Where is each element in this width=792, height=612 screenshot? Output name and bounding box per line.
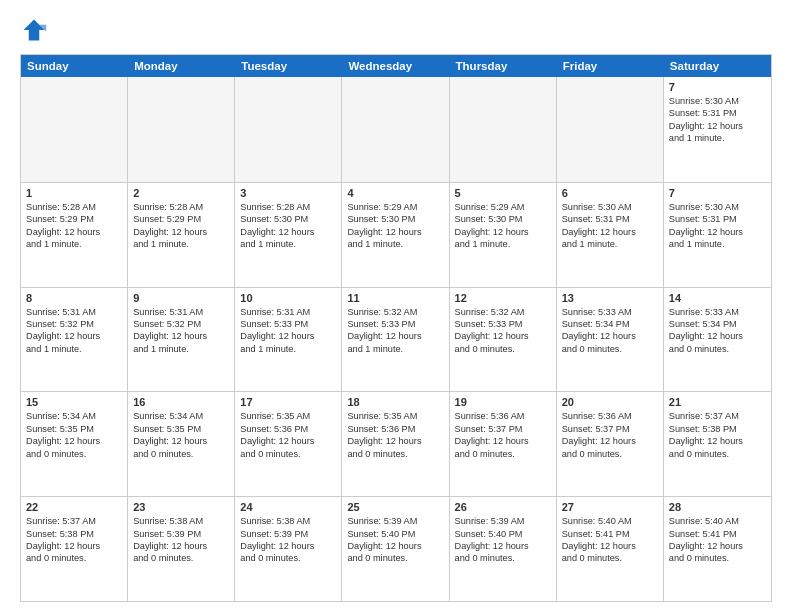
calendar-cell: 12Sunrise: 5:32 AMSunset: 5:33 PMDayligh… bbox=[450, 288, 557, 392]
calendar-cell: 25Sunrise: 5:39 AMSunset: 5:40 PMDayligh… bbox=[342, 497, 449, 601]
cell-info: Sunrise: 5:37 AMSunset: 5:38 PMDaylight:… bbox=[26, 515, 122, 565]
day-number: 26 bbox=[455, 501, 551, 513]
calendar-cell: 13Sunrise: 5:33 AMSunset: 5:34 PMDayligh… bbox=[557, 288, 664, 392]
cell-info: Sunrise: 5:30 AMSunset: 5:31 PMDaylight:… bbox=[562, 201, 658, 251]
cell-info: Sunrise: 5:30 AMSunset: 5:31 PMDaylight:… bbox=[669, 201, 766, 251]
calendar-cell: 20Sunrise: 5:36 AMSunset: 5:37 PMDayligh… bbox=[557, 392, 664, 496]
calendar-cell: 23Sunrise: 5:38 AMSunset: 5:39 PMDayligh… bbox=[128, 497, 235, 601]
day-number: 8 bbox=[26, 292, 122, 304]
calendar-row-4: 22Sunrise: 5:37 AMSunset: 5:38 PMDayligh… bbox=[21, 496, 771, 601]
cell-info: Sunrise: 5:36 AMSunset: 5:37 PMDaylight:… bbox=[455, 410, 551, 460]
calendar-cell: 3Sunrise: 5:28 AMSunset: 5:30 PMDaylight… bbox=[235, 183, 342, 287]
header-day-monday: Monday bbox=[128, 55, 235, 77]
calendar-cell: 11Sunrise: 5:32 AMSunset: 5:33 PMDayligh… bbox=[342, 288, 449, 392]
calendar-cell bbox=[342, 77, 449, 182]
cell-info: Sunrise: 5:31 AMSunset: 5:32 PMDaylight:… bbox=[133, 306, 229, 356]
calendar-cell: 6Sunrise: 5:30 AMSunset: 5:31 PMDaylight… bbox=[557, 183, 664, 287]
cell-info: Sunrise: 5:28 AMSunset: 5:29 PMDaylight:… bbox=[26, 201, 122, 251]
calendar: SundayMondayTuesdayWednesdayThursdayFrid… bbox=[20, 54, 772, 602]
calendar-row-2: 8Sunrise: 5:31 AMSunset: 5:32 PMDaylight… bbox=[21, 287, 771, 392]
header bbox=[20, 16, 772, 44]
day-number: 7 bbox=[669, 187, 766, 199]
day-number: 22 bbox=[26, 501, 122, 513]
calendar-cell: 14Sunrise: 5:33 AMSunset: 5:34 PMDayligh… bbox=[664, 288, 771, 392]
day-number: 9 bbox=[133, 292, 229, 304]
cell-info: Sunrise: 5:33 AMSunset: 5:34 PMDaylight:… bbox=[562, 306, 658, 356]
calendar-cell bbox=[557, 77, 664, 182]
day-number: 1 bbox=[26, 187, 122, 199]
day-number: 6 bbox=[562, 187, 658, 199]
day-number: 20 bbox=[562, 396, 658, 408]
cell-info: Sunrise: 5:31 AMSunset: 5:33 PMDaylight:… bbox=[240, 306, 336, 356]
day-number: 3 bbox=[240, 187, 336, 199]
day-number: 7 bbox=[669, 81, 766, 93]
calendar-cell: 15Sunrise: 5:34 AMSunset: 5:35 PMDayligh… bbox=[21, 392, 128, 496]
calendar-cell: 10Sunrise: 5:31 AMSunset: 5:33 PMDayligh… bbox=[235, 288, 342, 392]
calendar-row-3: 15Sunrise: 5:34 AMSunset: 5:35 PMDayligh… bbox=[21, 391, 771, 496]
day-number: 17 bbox=[240, 396, 336, 408]
header-day-sunday: Sunday bbox=[21, 55, 128, 77]
cell-info: Sunrise: 5:36 AMSunset: 5:37 PMDaylight:… bbox=[562, 410, 658, 460]
cell-info: Sunrise: 5:30 AMSunset: 5:31 PMDaylight:… bbox=[669, 95, 766, 145]
cell-info: Sunrise: 5:29 AMSunset: 5:30 PMDaylight:… bbox=[455, 201, 551, 251]
calendar-cell: 2Sunrise: 5:28 AMSunset: 5:29 PMDaylight… bbox=[128, 183, 235, 287]
logo-icon bbox=[20, 16, 48, 44]
day-number: 21 bbox=[669, 396, 766, 408]
calendar-cell: 9Sunrise: 5:31 AMSunset: 5:32 PMDaylight… bbox=[128, 288, 235, 392]
page: SundayMondayTuesdayWednesdayThursdayFrid… bbox=[0, 0, 792, 612]
cell-info: Sunrise: 5:38 AMSunset: 5:39 PMDaylight:… bbox=[240, 515, 336, 565]
day-number: 5 bbox=[455, 187, 551, 199]
cell-info: Sunrise: 5:29 AMSunset: 5:30 PMDaylight:… bbox=[347, 201, 443, 251]
calendar-cell: 7Sunrise: 5:30 AMSunset: 5:31 PMDaylight… bbox=[664, 77, 771, 182]
calendar-cell: 4Sunrise: 5:29 AMSunset: 5:30 PMDaylight… bbox=[342, 183, 449, 287]
cell-info: Sunrise: 5:34 AMSunset: 5:35 PMDaylight:… bbox=[26, 410, 122, 460]
cell-info: Sunrise: 5:35 AMSunset: 5:36 PMDaylight:… bbox=[240, 410, 336, 460]
calendar-cell: 7Sunrise: 5:30 AMSunset: 5:31 PMDaylight… bbox=[664, 183, 771, 287]
calendar-cell: 18Sunrise: 5:35 AMSunset: 5:36 PMDayligh… bbox=[342, 392, 449, 496]
calendar-cell bbox=[450, 77, 557, 182]
day-number: 19 bbox=[455, 396, 551, 408]
day-number: 10 bbox=[240, 292, 336, 304]
header-day-tuesday: Tuesday bbox=[235, 55, 342, 77]
day-number: 28 bbox=[669, 501, 766, 513]
cell-info: Sunrise: 5:32 AMSunset: 5:33 PMDaylight:… bbox=[455, 306, 551, 356]
calendar-row-1: 1Sunrise: 5:28 AMSunset: 5:29 PMDaylight… bbox=[21, 182, 771, 287]
day-number: 13 bbox=[562, 292, 658, 304]
cell-info: Sunrise: 5:40 AMSunset: 5:41 PMDaylight:… bbox=[669, 515, 766, 565]
header-day-saturday: Saturday bbox=[664, 55, 771, 77]
calendar-cell bbox=[128, 77, 235, 182]
day-number: 16 bbox=[133, 396, 229, 408]
cell-info: Sunrise: 5:32 AMSunset: 5:33 PMDaylight:… bbox=[347, 306, 443, 356]
day-number: 12 bbox=[455, 292, 551, 304]
cell-info: Sunrise: 5:39 AMSunset: 5:40 PMDaylight:… bbox=[347, 515, 443, 565]
day-number: 11 bbox=[347, 292, 443, 304]
calendar-cell: 16Sunrise: 5:34 AMSunset: 5:35 PMDayligh… bbox=[128, 392, 235, 496]
day-number: 27 bbox=[562, 501, 658, 513]
calendar-cell bbox=[21, 77, 128, 182]
calendar-cell: 5Sunrise: 5:29 AMSunset: 5:30 PMDaylight… bbox=[450, 183, 557, 287]
calendar-cell: 28Sunrise: 5:40 AMSunset: 5:41 PMDayligh… bbox=[664, 497, 771, 601]
day-number: 2 bbox=[133, 187, 229, 199]
calendar-cell: 1Sunrise: 5:28 AMSunset: 5:29 PMDaylight… bbox=[21, 183, 128, 287]
calendar-cell bbox=[235, 77, 342, 182]
calendar-body: 7Sunrise: 5:30 AMSunset: 5:31 PMDaylight… bbox=[21, 77, 771, 601]
logo bbox=[20, 16, 52, 44]
calendar-cell: 24Sunrise: 5:38 AMSunset: 5:39 PMDayligh… bbox=[235, 497, 342, 601]
cell-info: Sunrise: 5:28 AMSunset: 5:30 PMDaylight:… bbox=[240, 201, 336, 251]
cell-info: Sunrise: 5:37 AMSunset: 5:38 PMDaylight:… bbox=[669, 410, 766, 460]
day-number: 18 bbox=[347, 396, 443, 408]
cell-info: Sunrise: 5:28 AMSunset: 5:29 PMDaylight:… bbox=[133, 201, 229, 251]
calendar-cell: 26Sunrise: 5:39 AMSunset: 5:40 PMDayligh… bbox=[450, 497, 557, 601]
day-number: 15 bbox=[26, 396, 122, 408]
calendar-cell: 27Sunrise: 5:40 AMSunset: 5:41 PMDayligh… bbox=[557, 497, 664, 601]
calendar-cell: 17Sunrise: 5:35 AMSunset: 5:36 PMDayligh… bbox=[235, 392, 342, 496]
cell-info: Sunrise: 5:38 AMSunset: 5:39 PMDaylight:… bbox=[133, 515, 229, 565]
header-day-thursday: Thursday bbox=[450, 55, 557, 77]
day-number: 25 bbox=[347, 501, 443, 513]
calendar-cell: 8Sunrise: 5:31 AMSunset: 5:32 PMDaylight… bbox=[21, 288, 128, 392]
cell-info: Sunrise: 5:31 AMSunset: 5:32 PMDaylight:… bbox=[26, 306, 122, 356]
day-number: 14 bbox=[669, 292, 766, 304]
cell-info: Sunrise: 5:35 AMSunset: 5:36 PMDaylight:… bbox=[347, 410, 443, 460]
calendar-cell: 22Sunrise: 5:37 AMSunset: 5:38 PMDayligh… bbox=[21, 497, 128, 601]
header-day-friday: Friday bbox=[557, 55, 664, 77]
